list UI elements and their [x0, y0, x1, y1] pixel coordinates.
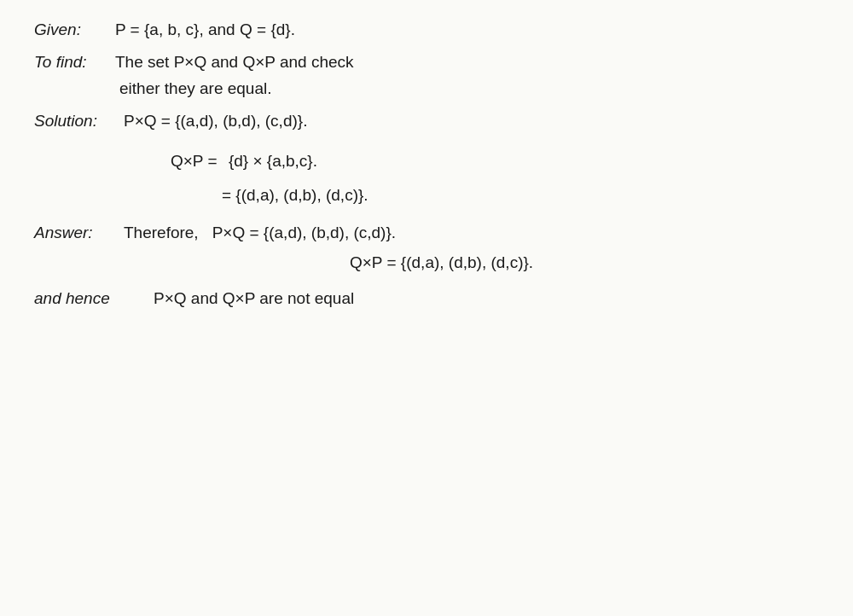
- tofind-line2-container: either they are equal.: [34, 76, 819, 102]
- qxp-step2: = {(d,a), (d,b), (d,c)}.: [222, 186, 368, 204]
- given-text: P = {a, b, c}, and Q = {d}.: [115, 17, 819, 43]
- tofind-section: To find: The set P×Q and Q×P and check: [34, 49, 819, 75]
- solution-section: Solution: P×Q = {(a,d), (b,d), (c,d)}.: [34, 108, 819, 134]
- pxq-equation: P×Q = {(a,d), (b,d), (c,d)}.: [124, 108, 819, 134]
- conclusion-section: and hence P×Q and Q×P are not equal: [34, 286, 819, 311]
- qxp-line1: Q×P = {d} × {a,b,c}.: [34, 148, 819, 174]
- qxp-section: Q×P = {d} × {a,b,c}. = {(d,a), (d,b), (d…: [34, 148, 819, 209]
- tofind-line1: The set P×Q and Q×P and check: [115, 49, 819, 75]
- qxp-label: Q×P =: [171, 152, 218, 170]
- answer-pxq: P×Q = {(a,d), (b,d), (c,d)}.: [212, 220, 396, 246]
- given-section: Given: P = {a, b, c}, and Q = {d}.: [34, 17, 819, 43]
- qxp-step1: {d} × {a,b,c}.: [229, 152, 317, 170]
- answer-label: Answer:: [34, 220, 124, 246]
- answer-section: Answer: Therefore, P×Q = {(a,d), (b,d), …: [34, 220, 819, 246]
- answer-qxp-text: Q×P = {(d,a), (d,b), (d,c)}.: [350, 253, 533, 271]
- solution-label: Solution:: [34, 108, 124, 134]
- conclusion-text: P×Q and Q×P are not equal: [154, 286, 354, 311]
- given-label: Given:: [34, 17, 115, 43]
- qxp-line2: = {(d,a), (d,b), (d,c)}.: [34, 183, 819, 208]
- answer-qxp: Q×P = {(d,a), (d,b), (d,c)}.: [34, 250, 819, 276]
- conclusion-label: and hence: [34, 286, 154, 311]
- tofind-line2: either they are equal.: [119, 79, 272, 97]
- page: Given: P = {a, b, c}, and Q = {d}. To fi…: [0, 0, 853, 616]
- tofind-label: To find:: [34, 49, 115, 75]
- therefore-text: Therefore,: [124, 220, 199, 246]
